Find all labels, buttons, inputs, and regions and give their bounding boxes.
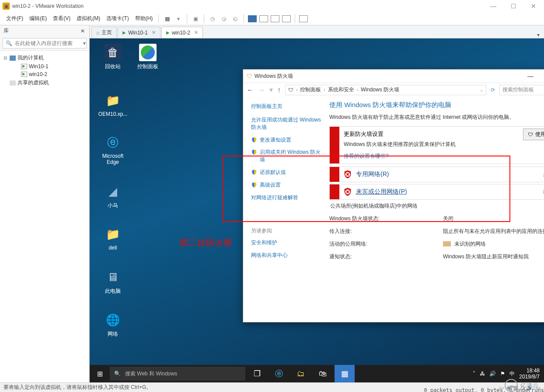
- refresh-icon[interactable]: ⟳: [491, 87, 495, 93]
- pause-icon[interactable]: ▮▮: [163, 15, 171, 23]
- tab-win10-2[interactable]: ▶win10-2✕: [161, 27, 203, 38]
- sidebar-onoff[interactable]: 启用或关闭 Windows 防火墙: [251, 149, 323, 163]
- shield-icon: [251, 181, 257, 188]
- tab-home[interactable]: ⌂主页: [91, 27, 117, 38]
- taskbar-edge-icon[interactable]: ⓔ: [269, 365, 289, 382]
- desktop-recycle-bin[interactable]: 🗑回收站: [98, 44, 128, 70]
- nav-back-icon[interactable]: ←: [247, 86, 254, 94]
- search-placeholder: 搜索控制面板: [502, 86, 534, 94]
- update-title: 更新防火墙设置: [344, 130, 519, 138]
- firewall-search[interactable]: 搜索控制面板 🔍: [499, 85, 544, 95]
- windows-taskbar: ⊞ 🔍搜索 Web 和 Windows ❐ ⓔ 🗂 🛍 ▦ ˄ 🖧 🔊 ⚑ 中 …: [90, 365, 544, 382]
- shield-error-icon: [342, 186, 353, 198]
- firewall-titlebar[interactable]: 🛡 Windows 防火墙 — ☐ ✕: [243, 69, 544, 83]
- tree-vm-win10-1[interactable]: Win10-1: [1, 62, 88, 70]
- snap-take-icon[interactable]: ◷: [209, 15, 216, 23]
- tree-shared-vms[interactable]: 共享的虚拟机: [1, 78, 88, 87]
- menu-edit[interactable]: 编辑(E): [27, 13, 49, 24]
- tab-win10-1[interactable]: ▶Win10-1✕: [118, 27, 160, 38]
- private-network-label: 专用网络(R): [356, 170, 389, 178]
- guest-network-row[interactable]: 来宾或公用网络(P) 已连接 ⌃: [329, 184, 544, 200]
- chevron-down-icon[interactable]: ▾: [269, 86, 273, 94]
- shield-error-icon: [342, 169, 353, 180]
- chevron-down-icon[interactable]: ⌄: [480, 87, 483, 92]
- taskbar-explorer-icon[interactable]: 🗂: [291, 365, 311, 382]
- tray-chevron-icon[interactable]: ˄: [473, 371, 475, 377]
- task-view-icon[interactable]: ❐: [247, 365, 267, 382]
- desktop-control-panel[interactable]: 控制面板: [133, 44, 163, 70]
- firewall-nav: ← → ▾ ↑ 🛡› 控制面板› 系统和安全› Windows 防火墙 ⌄ ⟳ …: [243, 83, 544, 97]
- tab-close-icon[interactable]: ✕: [152, 30, 156, 35]
- update-settings-panel: 更新防火墙设置 Windows 防火墙未使用推荐的设置来保护计算机 推荐的设置有…: [329, 126, 544, 164]
- start-button[interactable]: ⊞: [90, 370, 110, 378]
- library-search[interactable]: 🔍 ▾: [3, 38, 87, 49]
- fw-minimize-button[interactable]: —: [523, 73, 538, 80]
- close-button[interactable]: ✕: [527, 3, 540, 10]
- snap-revert-icon[interactable]: ◶: [220, 15, 228, 23]
- kv-notify: 通知状态:Windows 防火墙阻止新应用时通知我: [329, 253, 544, 260]
- desktop-network[interactable]: 🌐网络: [98, 311, 128, 338]
- maximize-button[interactable]: ☐: [507, 3, 520, 10]
- library-search-input[interactable]: [15, 40, 80, 46]
- search-dropdown-icon[interactable]: ▾: [80, 40, 88, 46]
- menu-file[interactable]: 文件(F): [3, 13, 26, 24]
- library-close-icon[interactable]: ✕: [78, 28, 87, 34]
- menu-tabs[interactable]: 选项卡(T): [104, 13, 131, 24]
- sidebar-allow-app[interactable]: 允许应用或功能通过 Windows 防火墙: [251, 116, 323, 131]
- desktop-this-pc[interactable]: 🖥此电脑: [98, 268, 128, 295]
- bench-icon: [443, 241, 451, 246]
- nav-forward-icon[interactable]: →: [258, 86, 265, 94]
- firewall-heading: 使用 Windows 防火墙来帮助保护你的电脑: [329, 101, 544, 109]
- taskbar-control-panel-icon[interactable]: ▦: [335, 365, 355, 382]
- library-tree: ⊟我的计算机 Win10-1 win10-2 共享的虚拟机: [0, 50, 89, 382]
- desktop-oem-folder[interactable]: 📁OEM10.xp...: [98, 92, 128, 117]
- tray-ime-icon[interactable]: 中: [509, 370, 515, 378]
- view-mode-fullscreen[interactable]: [259, 15, 268, 22]
- tab-close-icon[interactable]: ✕: [194, 30, 198, 35]
- toolbar-dd1[interactable]: ▾: [174, 15, 182, 23]
- desktop-xiaoma[interactable]: ◢小马: [98, 183, 128, 209]
- breadcrumb[interactable]: 🛡› 控制面板› 系统和安全› Windows 防火墙 ⌄: [285, 85, 486, 95]
- sidebar-notify[interactable]: 更改通知设置: [251, 136, 323, 144]
- windows-desktop[interactable]: 🗑回收站 控制面板 📁OEM10.xp... ⓔMicrosoftEdge ◢小…: [90, 38, 544, 382]
- view-mode-console[interactable]: [248, 15, 257, 22]
- tree-my-computer[interactable]: ⊟我的计算机: [1, 53, 88, 62]
- tray-volume-icon[interactable]: 🔊: [489, 371, 496, 377]
- taskbar-clock[interactable]: 18:482019/8/7: [519, 368, 540, 380]
- use-recommended-button[interactable]: 🛡使用推荐设置: [523, 128, 544, 140]
- tray-flag-icon[interactable]: ⚑: [500, 371, 505, 377]
- also-see-label: 另请参阅: [251, 227, 323, 235]
- sidebar-restore[interactable]: 还原默认值: [251, 169, 323, 176]
- snapshot-icon[interactable]: ▣: [192, 15, 199, 23]
- view-mode-4[interactable]: [282, 15, 291, 22]
- tabs-dropdown-icon[interactable]: ▾: [533, 32, 544, 38]
- tree-vm-win10-2[interactable]: win10-2: [1, 70, 88, 78]
- sidebar-troubleshoot[interactable]: 对网络进行疑难解答: [251, 194, 323, 201]
- firewall-desc: Windows 防火墙有助于防止黑客或恶意软件通过 Internet 或网络访问…: [329, 114, 544, 121]
- menu-view[interactable]: 查看(V): [50, 13, 73, 24]
- firewall-main: 使用 Windows 防火墙来帮助保护你的电脑 Windows 防火墙有助于防止…: [328, 97, 544, 322]
- sidebar-network-sharing[interactable]: 网络和共享中心: [251, 252, 323, 259]
- sidebar-advanced[interactable]: 高级设置: [251, 181, 323, 189]
- sidebar-security-maintenance[interactable]: 安全和维护: [251, 239, 323, 246]
- sidebar-cp-home[interactable]: 控制面板主页: [251, 103, 323, 110]
- minimize-button[interactable]: —: [487, 3, 499, 10]
- watermark-logo: ☁ 亿速云: [505, 379, 539, 392]
- desktop-dell-folder[interactable]: 📁dell: [98, 225, 128, 251]
- tray-network-icon[interactable]: 🖧: [480, 371, 485, 377]
- view-mode-unity[interactable]: [271, 15, 279, 22]
- kv-fw-state: Windows 防火墙状态:关闭: [329, 215, 544, 222]
- computer-icon: [10, 56, 16, 61]
- desktop-edge[interactable]: ⓔMicrosoftEdge: [98, 134, 128, 165]
- menu-vm[interactable]: 虚拟机(M): [74, 13, 103, 24]
- shield-icon: 🛡: [528, 132, 533, 138]
- menu-help[interactable]: 帮助(H): [133, 13, 156, 24]
- taskbar-store-icon[interactable]: 🛍: [313, 365, 333, 382]
- private-network-row[interactable]: 专用网络(R) 未连接 ⌄: [329, 167, 544, 182]
- firewall-title: Windows 防火墙: [255, 73, 293, 80]
- view-mode-5[interactable]: [299, 15, 308, 22]
- taskbar-search[interactable]: 🔍搜索 Web 和 Windows: [110, 367, 245, 381]
- snap-manage-icon[interactable]: ◵: [231, 15, 239, 23]
- nav-up-icon[interactable]: ↑: [277, 86, 281, 94]
- recommended-link[interactable]: 推荐的设置有哪些?: [344, 153, 389, 159]
